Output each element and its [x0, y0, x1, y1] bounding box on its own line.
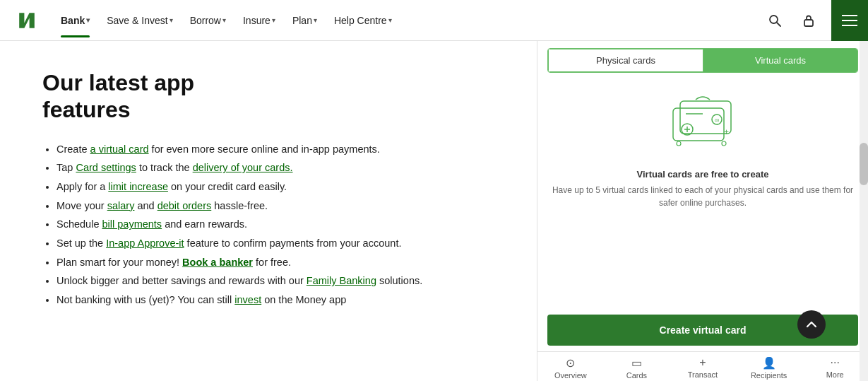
- debit-orders-link[interactable]: debit orders: [157, 200, 212, 211]
- recipients-icon: 👤: [762, 356, 776, 370]
- physical-cards-tab[interactable]: Physical cards: [548, 49, 703, 72]
- svg-point-13: [677, 141, 681, 146]
- left-panel: Our latest appfeatures Create a virtual …: [0, 41, 537, 381]
- bottom-nav-cards[interactable]: ▭ Cards: [604, 356, 670, 380]
- nav-label-plan: Plan: [292, 15, 312, 26]
- svg-point-14: [722, 141, 726, 146]
- cards-icon: ▭: [631, 356, 642, 370]
- nav-item-borrow[interactable]: Borrow ▾: [183, 11, 233, 30]
- feature-item: Tap Card settings to track the delivery …: [57, 159, 494, 177]
- section-title: Our latest appfeatures: [42, 69, 494, 124]
- transact-icon: +: [699, 356, 706, 369]
- nav-label-bank: Bank: [61, 15, 85, 26]
- invest-link[interactable]: invest: [234, 294, 261, 305]
- more-icon: ···: [831, 356, 840, 369]
- svg-point-1: [770, 16, 778, 23]
- virtual-card-illustration: ∞ +: [660, 93, 745, 156]
- delivery-link[interactable]: delivery of your cards.: [193, 162, 293, 173]
- nav-label-save: Save & Invest: [107, 15, 167, 26]
- arrow-up-icon: [806, 319, 817, 330]
- features-list: Create a virtual card for even more secu…: [42, 141, 494, 309]
- bottom-nav-recipients[interactable]: 👤 Recipients: [736, 356, 802, 380]
- chevron-down-icon: ▾: [314, 16, 317, 24]
- feature-item: Create a virtual card for even more secu…: [57, 141, 494, 158]
- hamburger-button[interactable]: [831, 0, 868, 41]
- bottom-nav-more[interactable]: ··· More: [802, 356, 868, 380]
- lock-button[interactable]: [797, 9, 820, 32]
- hamburger-line: [842, 15, 857, 16]
- scroll-up-button[interactable]: [797, 310, 826, 339]
- nav-label-help: Help Centre: [334, 15, 387, 26]
- bottom-nav-overview[interactable]: ⊙ Overview: [537, 356, 604, 380]
- feature-item: Set up the In-app Approve-it feature to …: [57, 235, 494, 252]
- nav-right: [763, 0, 854, 41]
- limit-increase-link[interactable]: limit increase: [108, 181, 168, 192]
- navbar: Bank ▾ Save & Invest ▾ Borrow ▾ Insure ▾…: [0, 0, 868, 41]
- lock-icon: [802, 13, 816, 28]
- bottom-nav-label-cards: Cards: [626, 371, 647, 380]
- chevron-down-icon: ▾: [170, 16, 173, 24]
- svg-line-2: [777, 23, 780, 26]
- feature-item: Not banking with us (yet)? You can still…: [57, 291, 494, 309]
- family-banking-link[interactable]: Family Banking: [307, 275, 376, 286]
- nav-label-insure: Insure: [243, 15, 270, 26]
- nav-item-plan[interactable]: Plan ▾: [285, 11, 324, 30]
- svg-text:∞: ∞: [715, 117, 719, 124]
- bottom-nav-label-overview: Overview: [554, 371, 587, 380]
- feature-item: Apply for a limit increase on your credi…: [57, 178, 494, 196]
- scrollbar-thumb[interactable]: [860, 143, 868, 185]
- feature-item: Plan smart for your money! Book a banker…: [57, 254, 494, 271]
- virtual-cards-tab[interactable]: Virtual cards: [703, 49, 857, 72]
- card-settings-link[interactable]: Card settings: [76, 162, 136, 173]
- bottom-nav: ⊙ Overview ▭ Cards + Transact 👤 Recipien…: [537, 351, 868, 381]
- search-button[interactable]: [763, 9, 786, 32]
- overview-icon: ⊙: [566, 356, 575, 370]
- brand-logo: [14, 8, 40, 33]
- nav-item-insure[interactable]: Insure ▾: [236, 11, 283, 30]
- svg-rect-3: [804, 20, 813, 26]
- create-btn-label: Create virtual card: [660, 324, 747, 336]
- feature-item: Schedule bill payments and earn rewards.: [57, 216, 494, 233]
- main-content: Our latest appfeatures Create a virtual …: [0, 41, 868, 381]
- virtual-card-link[interactable]: a virtual card: [90, 143, 149, 155]
- card-info-desc: Have up to 5 virtual cards linked to eac…: [547, 184, 858, 209]
- chevron-down-icon: ▾: [388, 16, 392, 24]
- bottom-nav-label-recipients: Recipients: [751, 371, 787, 380]
- bottom-nav-label-more: More: [826, 370, 844, 379]
- card-illustration: ∞ + Virtual cards are free to create Hav…: [537, 78, 868, 309]
- feature-item: Unlock bigger and better savings and rew…: [57, 272, 494, 290]
- feature-item: Move your salary and debit orders hassle…: [57, 197, 494, 215]
- card-svg-wrap: ∞ +: [660, 93, 745, 159]
- card-info-title: Virtual cards are free to create: [637, 169, 769, 180]
- chevron-down-icon: ▾: [272, 16, 275, 24]
- chevron-down-icon: ▾: [86, 16, 90, 24]
- bottom-nav-transact[interactable]: + Transact: [670, 356, 736, 380]
- bottom-nav-label-transact: Transact: [688, 370, 718, 379]
- virtual-cards-label: Virtual cards: [755, 55, 806, 66]
- nav-label-borrow: Borrow: [190, 15, 221, 26]
- physical-cards-label: Physical cards: [596, 55, 655, 66]
- logo[interactable]: [14, 8, 40, 33]
- card-tabs: Physical cards Virtual cards: [547, 48, 858, 73]
- search-icon: [768, 13, 782, 28]
- scrollbar-track: [860, 41, 868, 381]
- nav-item-bank[interactable]: Bank ▾: [54, 11, 97, 30]
- hamburger-line: [842, 20, 857, 21]
- hamburger-line: [842, 25, 857, 26]
- book-banker-link[interactable]: Book a banker: [182, 257, 253, 268]
- svg-text:+: +: [724, 127, 729, 137]
- salary-link[interactable]: salary: [107, 200, 135, 211]
- bill-payments-link[interactable]: bill payments: [102, 218, 162, 230]
- nav-links: Bank ▾ Save & Invest ▾ Borrow ▾ Insure ▾…: [54, 11, 763, 30]
- nav-item-save[interactable]: Save & Invest ▾: [100, 11, 179, 30]
- inapp-approve-link[interactable]: In-app Approve-it: [106, 238, 184, 249]
- nav-item-help[interactable]: Help Centre ▾: [327, 11, 399, 30]
- chevron-down-icon: ▾: [222, 16, 226, 24]
